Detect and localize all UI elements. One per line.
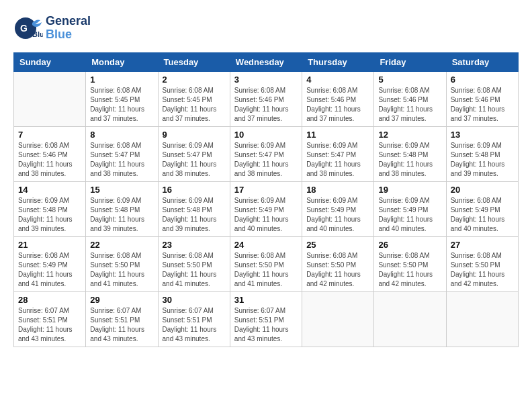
logo-general: General [46,15,91,28]
day-number: 19 [378,185,441,195]
day-number: 6 [451,75,514,85]
calendar-cell: 11Sunrise: 6:09 AM Sunset: 5:47 PM Dayli… [302,127,374,182]
day-number: 16 [163,185,226,195]
calendar-cell: 12Sunrise: 6:09 AM Sunset: 5:48 PM Dayli… [374,127,446,182]
day-info: Sunrise: 6:08 AM Sunset: 5:50 PM Dayligh… [90,251,153,289]
day-number: 29 [90,295,153,305]
weekday-monday: Monday [86,53,158,72]
calendar-cell: 22Sunrise: 6:08 AM Sunset: 5:50 PM Dayli… [86,237,158,292]
day-info: Sunrise: 6:09 AM Sunset: 5:48 PM Dayligh… [90,196,153,234]
week-row-1: 1Sunrise: 6:08 AM Sunset: 5:45 PM Daylig… [14,72,519,127]
calendar-cell: 13Sunrise: 6:09 AM Sunset: 5:48 PM Dayli… [446,127,518,182]
calendar-cell: 28Sunrise: 6:07 AM Sunset: 5:51 PM Dayli… [14,292,86,347]
day-number: 28 [18,295,81,305]
calendar-table: SundayMondayTuesdayWednesdayThursdayFrid… [13,52,519,347]
logo-text-block: General Blue [46,15,91,42]
calendar-cell: 24Sunrise: 6:08 AM Sunset: 5:50 PM Dayli… [230,237,302,292]
day-info: Sunrise: 6:08 AM Sunset: 5:49 PM Dayligh… [18,251,81,289]
calendar-cell: 25Sunrise: 6:08 AM Sunset: 5:50 PM Dayli… [302,237,374,292]
day-number: 23 [163,240,226,250]
weekday-thursday: Thursday [302,53,374,72]
day-info: Sunrise: 6:09 AM Sunset: 5:48 PM Dayligh… [163,196,226,234]
day-info: Sunrise: 6:08 AM Sunset: 5:45 PM Dayligh… [90,86,153,124]
day-info: Sunrise: 6:08 AM Sunset: 5:49 PM Dayligh… [451,196,514,234]
day-number: 30 [163,295,226,305]
calendar-cell: 9Sunrise: 6:09 AM Sunset: 5:47 PM Daylig… [158,127,230,182]
day-info: Sunrise: 6:08 AM Sunset: 5:46 PM Dayligh… [18,141,81,179]
day-number: 22 [90,240,153,250]
calendar-cell: 23Sunrise: 6:08 AM Sunset: 5:50 PM Dayli… [158,237,230,292]
week-row-3: 14Sunrise: 6:09 AM Sunset: 5:48 PM Dayli… [14,182,519,237]
day-info: Sunrise: 6:09 AM Sunset: 5:48 PM Dayligh… [18,196,81,234]
calendar-cell: 14Sunrise: 6:09 AM Sunset: 5:48 PM Dayli… [14,182,86,237]
day-info: Sunrise: 6:08 AM Sunset: 5:46 PM Dayligh… [451,86,514,124]
logo-icon: G Blue [13,13,43,43]
calendar-page: G Blue General Blue SundayMondayTuesdayW… [0,0,532,411]
calendar-cell: 8Sunrise: 6:08 AM Sunset: 5:47 PM Daylig… [86,127,158,182]
day-number: 9 [163,130,226,140]
day-number: 25 [306,240,369,250]
weekday-tuesday: Tuesday [158,53,230,72]
day-info: Sunrise: 6:08 AM Sunset: 5:45 PM Dayligh… [163,86,226,124]
day-info: Sunrise: 6:08 AM Sunset: 5:50 PM Dayligh… [163,251,226,289]
week-row-2: 7Sunrise: 6:08 AM Sunset: 5:46 PM Daylig… [14,127,519,182]
day-info: Sunrise: 6:08 AM Sunset: 5:50 PM Dayligh… [306,251,369,289]
day-number: 2 [163,75,226,85]
day-number: 27 [451,240,514,250]
header: G Blue General Blue [13,13,519,43]
day-info: Sunrise: 6:09 AM Sunset: 5:48 PM Dayligh… [451,141,514,179]
day-number: 5 [378,75,441,85]
week-row-5: 28Sunrise: 6:07 AM Sunset: 5:51 PM Dayli… [14,292,519,347]
calendar-cell: 17Sunrise: 6:09 AM Sunset: 5:49 PM Dayli… [230,182,302,237]
calendar-cell: 7Sunrise: 6:08 AM Sunset: 5:46 PM Daylig… [14,127,86,182]
calendar-cell: 16Sunrise: 6:09 AM Sunset: 5:48 PM Dayli… [158,182,230,237]
logo: G Blue General Blue [13,13,91,43]
day-number: 20 [451,185,514,195]
weekday-header-row: SundayMondayTuesdayWednesdayThursdayFrid… [14,53,519,72]
day-number: 4 [306,75,369,85]
day-number: 3 [234,75,298,85]
day-number: 10 [234,130,298,140]
day-number: 1 [90,75,153,85]
day-info: Sunrise: 6:08 AM Sunset: 5:46 PM Dayligh… [234,86,298,124]
day-number: 15 [90,185,153,195]
calendar-cell [302,292,374,347]
calendar-cell: 1Sunrise: 6:08 AM Sunset: 5:45 PM Daylig… [86,72,158,127]
logo-blue: Blue [46,28,91,42]
day-info: Sunrise: 6:09 AM Sunset: 5:47 PM Dayligh… [163,141,226,179]
day-info: Sunrise: 6:09 AM Sunset: 5:49 PM Dayligh… [306,196,369,234]
weekday-sunday: Sunday [14,53,86,72]
day-info: Sunrise: 6:07 AM Sunset: 5:51 PM Dayligh… [163,306,226,344]
day-info: Sunrise: 6:09 AM Sunset: 5:48 PM Dayligh… [378,141,441,179]
day-info: Sunrise: 6:08 AM Sunset: 5:47 PM Dayligh… [90,141,153,179]
day-number: 12 [378,130,441,140]
calendar-cell: 20Sunrise: 6:08 AM Sunset: 5:49 PM Dayli… [446,182,518,237]
day-number: 21 [18,240,81,250]
calendar-cell: 2Sunrise: 6:08 AM Sunset: 5:45 PM Daylig… [158,72,230,127]
day-info: Sunrise: 6:08 AM Sunset: 5:46 PM Dayligh… [306,86,369,124]
weekday-friday: Friday [374,53,446,72]
day-info: Sunrise: 6:07 AM Sunset: 5:51 PM Dayligh… [90,306,153,344]
day-number: 18 [306,185,369,195]
day-number: 14 [18,185,81,195]
day-info: Sunrise: 6:08 AM Sunset: 5:46 PM Dayligh… [378,86,441,124]
day-number: 13 [451,130,514,140]
day-info: Sunrise: 6:09 AM Sunset: 5:47 PM Dayligh… [306,141,369,179]
day-number: 17 [234,185,298,195]
calendar-cell [374,292,446,347]
day-number: 24 [234,240,298,250]
calendar-cell: 5Sunrise: 6:08 AM Sunset: 5:46 PM Daylig… [374,72,446,127]
week-row-4: 21Sunrise: 6:08 AM Sunset: 5:49 PM Dayli… [14,237,519,292]
calendar-cell: 27Sunrise: 6:08 AM Sunset: 5:50 PM Dayli… [446,237,518,292]
weekday-saturday: Saturday [446,53,518,72]
calendar-cell: 19Sunrise: 6:09 AM Sunset: 5:49 PM Dayli… [374,182,446,237]
calendar-cell: 31Sunrise: 6:07 AM Sunset: 5:51 PM Dayli… [230,292,302,347]
day-info: Sunrise: 6:07 AM Sunset: 5:51 PM Dayligh… [234,306,298,344]
calendar-cell: 26Sunrise: 6:08 AM Sunset: 5:50 PM Dayli… [374,237,446,292]
day-number: 8 [90,130,153,140]
calendar-cell [446,292,518,347]
calendar-cell: 29Sunrise: 6:07 AM Sunset: 5:51 PM Dayli… [86,292,158,347]
day-number: 31 [234,295,298,305]
calendar-cell: 30Sunrise: 6:07 AM Sunset: 5:51 PM Dayli… [158,292,230,347]
calendar-cell: 18Sunrise: 6:09 AM Sunset: 5:49 PM Dayli… [302,182,374,237]
